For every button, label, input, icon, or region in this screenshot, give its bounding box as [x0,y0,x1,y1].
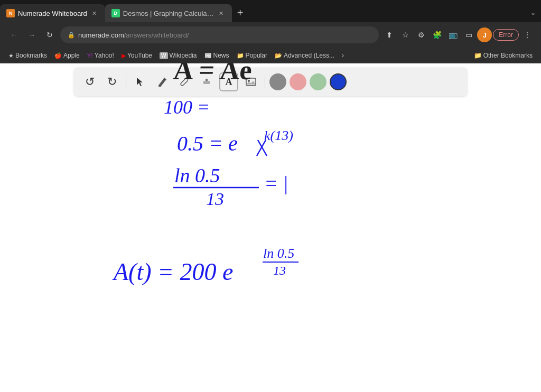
svg-text:= |: = | [264,172,288,194]
svg-text:0.5 = e: 0.5 = e [177,132,238,155]
tab-numerade-close[interactable]: ✕ [90,9,99,17]
folder-icon: 📁 [474,52,482,59]
bookmarks-bar: ★ Bookmarks 🍎 Apple Y! Yahoo! ▶ YouTube … [0,48,541,63]
bookmark-yahoo-label: Yahoo! [95,52,114,59]
bookmark-advanced-label: Advanced (Less... [284,52,334,59]
address-path: /answers/whiteboard/ [124,31,189,39]
bookmark-wikipedia-label: Wikipedia [170,52,197,59]
bookmark-news-label: News [213,52,229,59]
bookmark-yahoo[interactable]: Y! Yahoo! [84,51,117,60]
svg-text:13: 13 [273,264,286,277]
profile-button[interactable]: J [477,27,492,42]
tab-desmos-title: Desmos | Graphing Calculato... [123,10,214,17]
yahoo-icon: Y! [87,52,93,59]
bookmark-apple-label: Apple [63,52,80,59]
svg-text:ln 0.5: ln 0.5 [263,246,294,261]
tab-desmos[interactable]: D Desmos | Graphing Calculato... ✕ [105,4,232,22]
svg-text:ln 0.5: ln 0.5 [174,164,220,186]
bookmarks-more-button[interactable]: › [339,51,347,60]
svg-text:100   =: 100 = [164,97,210,118]
bookmark-wikipedia[interactable]: W Wikipedia [156,51,200,60]
wikipedia-icon: W [160,52,167,59]
advanced-icon: 📂 [275,52,282,59]
back-button[interactable]: ← [6,27,21,42]
puzzle-icon-btn[interactable]: 🧩 [430,27,444,42]
apple-icon: 🍎 [54,52,62,59]
bookmark-news[interactable]: 📰 News [201,51,232,60]
svg-text:13: 13 [206,189,224,209]
tab-more-button[interactable]: ⌄ [525,7,541,18]
reload-button[interactable]: ↻ [42,27,57,42]
tab-bar: N Numerade Whiteboard ✕ D Desmos | Graph… [0,0,541,22]
bookmark-apple[interactable]: 🍎 Apple [51,51,83,60]
bookmark-bookmarks-label: Bookmarks [15,52,47,59]
youtube-icon: ▶ [122,52,126,59]
tab-desmos-close[interactable]: ✕ [217,9,226,17]
math-canvas[interactable]: A = Ae 100 = 0.5 = e k(13) ln 0.5 13 = |… [0,63,541,392]
tab-numerade[interactable]: N Numerade Whiteboard ✕ [0,4,105,22]
bookmark-youtube-label: YouTube [127,52,152,59]
address-input[interactable]: 🔒 numerade.com/answers/whiteboard/ [60,26,379,43]
extension-icon-btn[interactable]: ⚙ [414,27,428,42]
numerade-favicon: N [6,9,15,17]
window-icon-btn[interactable]: ▭ [461,27,476,42]
svg-line-10 [257,140,266,156]
other-bookmarks-label: Other Bookmarks [483,52,533,59]
desmos-favicon: D [111,9,120,17]
handwriting-svg: A = Ae 100 = 0.5 = e k(13) ln 0.5 13 = |… [0,63,541,392]
bookmark-popular-label: Popular [246,52,267,59]
bookmark-youtube[interactable]: ▶ YouTube [118,51,155,60]
share-icon-btn[interactable]: ⬆ [382,27,397,42]
address-domain: numerade.com [78,31,124,39]
new-tab-button[interactable]: + [232,5,249,21]
error-button[interactable]: Error [493,29,519,41]
bookmark-star-icon: ★ [8,52,14,59]
browser-toolbar-icons: ⬆ ☆ ⚙ 🧩 📺 ▭ J Error ⋮ [382,27,535,42]
whiteboard-container[interactable]: ↺ ↻ A [0,63,541,392]
svg-text:A(t) = 200 e: A(t) = 200 e [112,258,233,285]
address-text: numerade.com/answers/whiteboard/ [78,31,189,39]
bookmark-star-btn[interactable]: ☆ [398,27,413,42]
svg-text:A = Ae: A = Ae [172,63,253,85]
error-label: Error [499,31,513,39]
forward-button[interactable]: → [24,27,39,42]
tab-numerade-title: Numerade Whiteboard [18,10,87,17]
svg-text:k(13): k(13) [264,128,293,143]
cast-icon-btn[interactable]: 📺 [445,27,460,42]
address-bar: ← → ↻ 🔒 numerade.com/answers/whiteboard/… [0,22,541,48]
bookmark-popular[interactable]: 📁 Popular [234,51,270,60]
bookmark-bookmarks[interactable]: ★ Bookmarks [5,51,50,60]
lock-icon: 🔒 [68,32,75,39]
bookmark-advanced[interactable]: 📂 Advanced (Less... [272,51,338,60]
menu-button[interactable]: ⋮ [520,27,535,42]
browser-chrome: N Numerade Whiteboard ✕ D Desmos | Graph… [0,0,541,63]
other-bookmarks[interactable]: 📁 Other Bookmarks [471,51,536,60]
popular-icon: 📁 [237,52,244,59]
news-icon: 📰 [204,52,212,59]
